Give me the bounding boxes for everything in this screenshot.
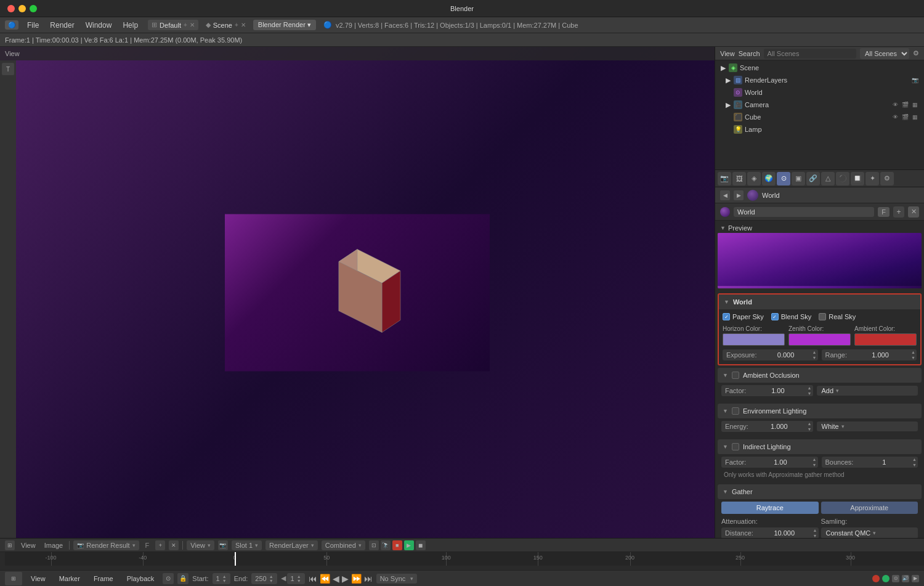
menu-window[interactable]: Window [81,19,117,31]
close-button[interactable] [7,5,15,12]
prop-btn-camera[interactable]: 📷 [718,172,731,185]
exposure-down[interactable]: ▼ [811,355,818,360]
timeline-playback-btn[interactable]: Playback [122,573,160,584]
play-btn[interactable]: ▶ [342,574,349,584]
world-name-input[interactable] [734,207,874,217]
ao-factor-down[interactable]: ▼ [806,391,813,396]
timeline-ruler[interactable]: -100-40050100150200250300 [5,552,924,566]
energy-up[interactable]: ▲ [806,421,813,426]
render-close-btn[interactable]: ✕ [169,540,179,550]
real-sky-checkbox[interactable]: Real Sky [819,313,856,320]
env-lighting-header[interactable]: ▼ Environment Lighting [718,404,922,418]
end-field[interactable]: 250 ▲ ▼ [251,573,277,584]
ambient-color-swatch[interactable] [854,333,917,346]
range-down[interactable]: ▼ [910,355,917,360]
bounces-up[interactable]: ▲ [911,457,918,462]
prop-btn-object[interactable]: ▣ [792,172,805,185]
prop-btn-world-active[interactable]: ⊙ [777,172,790,185]
tree-item-world[interactable]: ▶ ⊙ World [715,86,924,99]
distance-field[interactable]: Distance: 10.000 ▲ ▼ [721,527,819,538]
blender-menu-icon[interactable]: 🔵 [5,20,18,30]
start-up[interactable]: ▲ [222,574,227,579]
energy-down[interactable]: ▼ [806,426,813,432]
exposure-field[interactable]: Exposure: 0.000 ▲ ▼ [723,349,818,360]
ao-add-dropdown[interactable]: Add ▾ [817,386,918,396]
paper-sky-checkbox[interactable]: Paper Sky [723,313,764,320]
nav-back[interactable]: ◀ [720,190,730,200]
img-tool-1[interactable]: ⊡ [369,540,379,550]
view-select[interactable]: View ▾ [187,540,214,550]
render-header-icon[interactable]: ⊞ [5,540,15,550]
scene-close[interactable]: ✕ [241,22,246,28]
timeline-icon[interactable]: ⊞ [5,572,22,585]
minimize-button[interactable] [18,5,26,12]
step-fwd-btn[interactable]: ⏩ [351,574,362,584]
render-add-btn[interactable]: + [155,540,165,550]
end-down[interactable]: ▼ [269,579,274,583]
indirect-factor-up[interactable]: ▲ [811,457,818,462]
indirect-lighting-checkbox[interactable] [732,443,739,450]
workspace-add[interactable]: ✕ [190,22,195,28]
indirect-factor-down[interactable]: ▼ [811,462,818,468]
viewport-view-label[interactable]: View [5,50,20,57]
world-close-button[interactable]: ✕ [908,206,919,218]
play-back-btn[interactable]: ◀ [333,574,339,584]
lock-icon[interactable]: 🔒 [177,573,188,584]
world-add-button[interactable]: + [893,206,904,218]
prop-btn-material[interactable]: ⚫ [836,172,849,185]
prop-btn-scene[interactable]: ◈ [747,172,761,185]
distance-down[interactable]: ▼ [812,533,819,538]
start-down[interactable]: ▼ [222,579,227,583]
bounces-field[interactable]: Bounces: 1 ▲ ▼ [822,457,918,468]
render-engine-display[interactable]: Blender Render ▾ [253,20,316,30]
prop-btn-render[interactable]: 🖼 [732,172,746,185]
menu-file[interactable]: File [22,19,44,31]
tree-item-lamp[interactable]: ▶ 💡 Lamp [715,123,924,136]
world-section-header[interactable]: ▼ World [719,295,920,309]
prop-btn-world[interactable]: 🌍 [762,172,776,185]
no-sync-field[interactable]: No Sync ▾ [376,574,418,584]
blend-sky-checkbox[interactable]: Blend Sky [771,313,812,320]
env-lighting-checkbox[interactable] [732,407,739,415]
workspace-close[interactable]: + [184,22,187,28]
range-up[interactable]: ▲ [910,349,917,355]
maximize-button[interactable] [30,5,37,12]
menu-render[interactable]: Render [45,19,79,31]
img-tool-play[interactable]: ▶ [404,540,414,550]
scene-selector[interactable]: All Scenes [860,48,909,59]
tree-item-renderlayers[interactable]: ▶ ▨ RenderLayers 📷 [715,74,924,86]
scene-add[interactable]: + [235,22,238,28]
sync-type-icon[interactable]: ⊙ [163,573,174,584]
indirect-factor-field[interactable]: Factor: 1.00 ▲ ▼ [721,457,818,468]
raytrace-button[interactable]: Raytrace [721,502,819,514]
start-field[interactable]: 1 ▲ ▼ [213,573,230,584]
distance-up[interactable]: ▲ [812,527,819,533]
bounces-down[interactable]: ▼ [911,462,918,468]
zenith-color-swatch[interactable] [788,333,851,346]
tree-item-scene[interactable]: ▶ ◈ Scene [715,62,924,74]
current-frame-field[interactable]: 1 ▲ ▼ [287,573,305,584]
tree-item-cube[interactable]: ▶ ⬛ Cube 👁 🎬 ▦ [715,111,924,123]
img-tool-render[interactable]: ■ [392,540,402,550]
ao-checkbox[interactable] [732,372,739,379]
slot-select[interactable]: Slot 1 ▾ [232,540,262,550]
render-image-btn[interactable]: Image [42,542,66,549]
renderlayer-select[interactable]: RenderLayer ▾ [265,540,318,550]
img-tool-4[interactable]: ◼ [416,540,426,550]
outliner-icon-btn[interactable]: ⚙ [913,49,919,57]
search-btn[interactable]: Search [739,50,760,57]
gather-header[interactable]: ▼ Gather [718,484,922,499]
horizon-color-swatch[interactable] [723,333,785,346]
render-image-select[interactable]: 📷 Render Result ▾ [73,540,139,550]
ao-factor-field[interactable]: Factor: 1.00 ▲ ▼ [721,385,813,396]
view-btn[interactable]: View [720,50,735,57]
jump-end-btn[interactable]: ⏭ [364,574,373,584]
ao-factor-up[interactable]: ▲ [806,385,813,391]
timeline-marker-btn[interactable]: Marker [54,573,85,584]
range-field[interactable]: Range: 1.000 ▲ ▼ [822,349,917,360]
constant-qmc-dropdown[interactable]: Constant QMC ▾ [821,527,918,538]
timeline-view-btn[interactable]: View [26,573,51,584]
prop-btn-physics[interactable]: ⚙ [880,172,894,185]
energy-field[interactable]: Energy: 1.000 ▲ ▼ [721,421,813,432]
prop-btn-constraints[interactable]: 🔗 [806,172,820,185]
